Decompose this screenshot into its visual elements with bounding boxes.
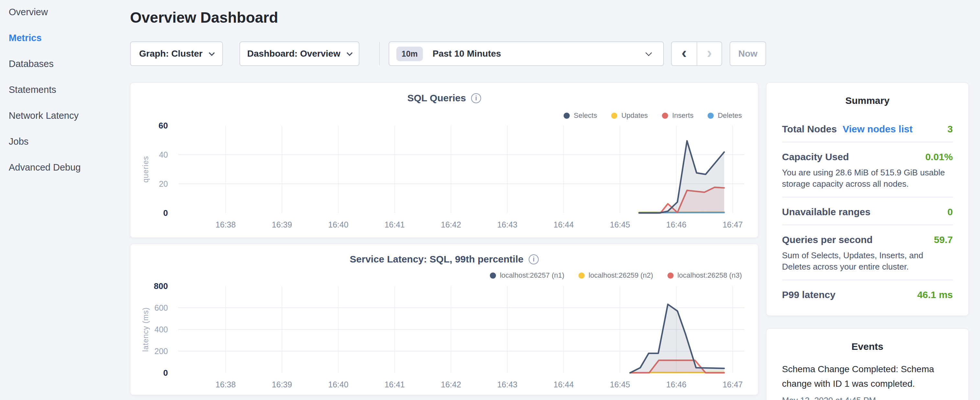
summary-label: P99 latency [782, 289, 835, 300]
summary-panel: Summary Total NodesView nodes list3Capac… [766, 83, 969, 316]
summary-row-head: Total NodesView nodes list3 [782, 124, 953, 135]
summary-value: 3 [947, 124, 953, 135]
sidebar-item-network-latency[interactable]: Network Latency [9, 106, 79, 125]
x-tick-label: 16:46 [666, 220, 687, 229]
sidebar-item-advanced-debug[interactable]: Advanced Debug [9, 158, 81, 177]
event-timestamp: May 13, 2020 at 4:45 PM [782, 395, 953, 400]
x-tick-label: 16:38 [215, 380, 236, 389]
summary-row-head: P99 latency46.1 ms [782, 289, 953, 300]
controls-divider [379, 42, 380, 65]
chevron-down-icon [209, 50, 215, 56]
event-text: Schema Change Completed: Schema change w… [782, 362, 953, 391]
app-root: OverviewMetricsDatabasesStatementsNetwor… [0, 0, 980, 400]
x-tick-label: 16:40 [328, 220, 348, 229]
next-timespan-button[interactable]: › [697, 42, 721, 65]
summary-row-head: Unavailable ranges0 [782, 207, 953, 217]
view-nodes-list-link[interactable]: View nodes list [843, 124, 912, 135]
sql-queries-chart-card: SQL Queries i SelectsUpdatesInsertsDelet… [130, 83, 758, 238]
summary-value: 0.01% [925, 151, 953, 163]
x-tick-label: 16:44 [554, 220, 574, 229]
x-tick-label: 16:43 [497, 380, 518, 389]
y-tick-label: 0 [126, 208, 168, 218]
time-range-dropdown[interactable]: 10m Past 10 Minutes [388, 41, 664, 66]
events-panel: Events Schema Change Completed: Schema c… [766, 328, 969, 400]
graph-source-dropdown-label: Graph: Cluster [139, 49, 202, 59]
summary-row-head: Queries per second59.7 [782, 234, 953, 245]
chart-plot-area[interactable] [130, 83, 759, 238]
chevron-down-icon [646, 49, 652, 56]
dashboard-dropdown-label: Dashboard: Overview [247, 49, 340, 59]
dashboard-dropdown[interactable]: Dashboard: Overview [239, 41, 360, 66]
x-tick-label: 16:38 [215, 220, 236, 229]
summary-value: 46.1 ms [917, 289, 953, 300]
x-tick-label: 16:47 [722, 380, 743, 389]
x-tick-label: 16:45 [610, 380, 630, 389]
x-tick-label: 16:39 [272, 380, 292, 389]
x-tick-label: 16:46 [666, 380, 687, 389]
events-title: Events [767, 341, 968, 352]
sidebar-item-jobs[interactable]: Jobs [9, 132, 29, 151]
summary-row: P99 latency46.1 ms [782, 280, 953, 308]
summary-row: Total NodesView nodes list3 [782, 115, 953, 142]
page-title: Overview Dashboard [130, 8, 278, 27]
y-tick-label: 800 [126, 281, 168, 291]
now-button[interactable]: Now [730, 41, 766, 66]
x-tick-label: 16:44 [554, 380, 574, 389]
summary-note: You are using 28.6 MiB of 515.9 GiB usab… [782, 167, 953, 190]
x-tick-label: 16:39 [272, 220, 292, 229]
y-tick-label: 60 [126, 120, 168, 131]
x-tick-label: 16:47 [722, 220, 743, 229]
summary-row: Capacity Used0.01%You are using 28.6 MiB… [782, 142, 953, 197]
sidebar-nav: OverviewMetricsDatabasesStatementsNetwor… [0, 0, 129, 400]
sidebar-item-metrics[interactable]: Metrics [9, 29, 42, 47]
service-latency-chart-card: Service Latency: SQL, 99th percentile i … [130, 244, 758, 395]
summary-rows: Total NodesView nodes list3Capacity Used… [782, 115, 953, 308]
summary-row: Unavailable ranges0 [782, 197, 953, 225]
x-tick-label: 16:42 [441, 380, 461, 389]
chart-plot-area[interactable] [130, 244, 759, 395]
y-tick-label: 600 [126, 303, 168, 313]
time-range-badge: 10m [396, 46, 423, 61]
x-tick-label: 16:43 [497, 220, 518, 229]
x-tick-label: 16:41 [384, 380, 405, 389]
summary-row: Queries per second59.7Sum of Selects, Up… [782, 225, 953, 280]
summary-label: Queries per second [782, 234, 873, 245]
x-tick-label: 16:40 [328, 380, 348, 389]
y-tick-label: 400 [126, 324, 168, 335]
chevron-down-icon [347, 50, 352, 56]
event-list-item[interactable]: Schema Change Completed: Schema change w… [782, 362, 953, 400]
x-tick-label: 16:42 [441, 220, 461, 229]
summary-row-head: Capacity Used0.01% [782, 151, 953, 163]
graph-source-dropdown[interactable]: Graph: Cluster [130, 41, 223, 66]
sidebar-item-overview[interactable]: Overview [9, 3, 48, 21]
summary-note: Sum of Selects, Updates, Inserts, and De… [782, 250, 953, 273]
summary-value: 0 [947, 207, 953, 217]
previous-timespan-button[interactable]: ‹ [672, 42, 697, 65]
time-step-buttons: ‹ › [671, 41, 722, 66]
summary-title: Summary [767, 95, 968, 106]
x-tick-label: 16:41 [384, 220, 405, 229]
y-tick-label: 0 [126, 368, 168, 378]
events-list: Schema Change Completed: Schema change w… [782, 362, 953, 400]
summary-label: Unavailable ranges [782, 207, 870, 217]
x-tick-label: 16:45 [610, 220, 630, 229]
y-tick-label: 20 [126, 178, 168, 189]
summary-label: Capacity Used [782, 151, 849, 163]
time-range-label: Past 10 Minutes [433, 49, 501, 59]
y-tick-label: 40 [126, 150, 168, 160]
sidebar-item-statements[interactable]: Statements [9, 80, 56, 99]
sidebar-item-databases[interactable]: Databases [9, 54, 54, 73]
summary-label: Total Nodes [782, 124, 837, 135]
summary-value: 59.7 [934, 234, 953, 245]
y-tick-label: 200 [126, 346, 168, 356]
